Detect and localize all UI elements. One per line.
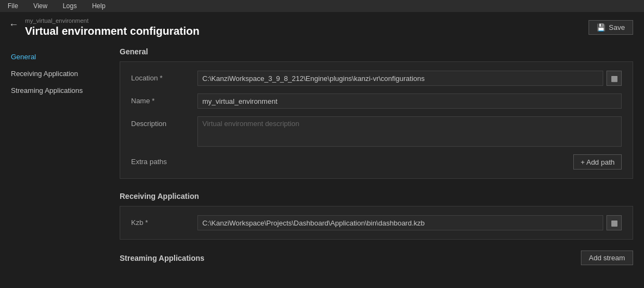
add-path-button[interactable]: + Add path xyxy=(573,154,622,170)
streaming-section-title: Streaming Applications xyxy=(120,254,205,262)
description-textarea[interactable] xyxy=(197,116,622,147)
kzb-field: ▦ xyxy=(197,215,622,230)
menu-file[interactable]: File xyxy=(4,1,21,11)
location-row: Location * ▦ xyxy=(131,71,622,86)
name-row: Name * xyxy=(131,93,622,109)
save-button[interactable]: 💾 Save xyxy=(589,20,633,35)
header-title-group: my_virtual_environment Virtual environme… xyxy=(25,17,200,37)
description-row: Description xyxy=(131,116,622,147)
extra-paths-row: Extra paths + Add path xyxy=(131,154,622,170)
description-field xyxy=(197,116,622,147)
menu-logs[interactable]: Logs xyxy=(59,1,80,11)
breadcrumb: my_virtual_environment xyxy=(25,17,200,24)
body: General Receiving Application Streaming … xyxy=(0,43,644,288)
name-field xyxy=(197,93,622,109)
sidebar-item-streaming-applications[interactable]: Streaming Applications xyxy=(0,82,109,99)
page-title: Virtual environment configuration xyxy=(25,25,200,37)
app-container: ← my_virtual_environment Virtual environ… xyxy=(0,12,644,288)
add-stream-button[interactable]: Add stream xyxy=(581,251,633,265)
sidebar: General Receiving Application Streaming … xyxy=(0,43,109,288)
general-section-title: General xyxy=(120,43,633,56)
kzb-browse-button[interactable]: ▦ xyxy=(606,215,622,230)
location-browse-button[interactable]: ▦ xyxy=(606,71,622,86)
menu-view[interactable]: View xyxy=(30,1,51,11)
description-label: Description xyxy=(131,116,191,128)
header: ← my_virtual_environment Virtual environ… xyxy=(0,12,644,43)
location-label: Location * xyxy=(131,71,191,82)
extra-paths-field: + Add path xyxy=(197,154,622,170)
save-label: Save xyxy=(609,23,625,32)
receiving-section-title: Receiving Application xyxy=(120,187,633,201)
kzb-label: Kzb * xyxy=(131,215,191,227)
location-field: ▦ xyxy=(197,71,622,86)
header-left: ← my_virtual_environment Virtual environ… xyxy=(9,17,200,37)
streaming-section-header: Streaming Applications Add stream xyxy=(120,248,633,265)
menu-help[interactable]: Help xyxy=(89,1,109,11)
receiving-form-card: Kzb * ▦ xyxy=(120,206,633,240)
name-label: Name * xyxy=(131,93,191,105)
sidebar-item-receiving-application[interactable]: Receiving Application xyxy=(0,65,109,82)
kzb-row: Kzb * ▦ xyxy=(131,215,622,230)
folder-icon: ▦ xyxy=(611,74,618,83)
back-button[interactable]: ← xyxy=(9,20,18,29)
name-input[interactable] xyxy=(197,93,622,109)
sidebar-item-general[interactable]: General xyxy=(0,48,109,65)
content-area: General Location * ▦ Name * xyxy=(109,43,644,288)
location-input[interactable] xyxy=(197,71,603,86)
general-form-card: Location * ▦ Name * xyxy=(120,61,633,179)
menubar: File View Logs Help xyxy=(0,0,644,12)
folder-icon: ▦ xyxy=(611,218,618,227)
kzb-input[interactable] xyxy=(197,215,603,230)
extra-paths-label: Extra paths xyxy=(131,154,191,166)
save-icon: 💾 xyxy=(597,23,605,32)
